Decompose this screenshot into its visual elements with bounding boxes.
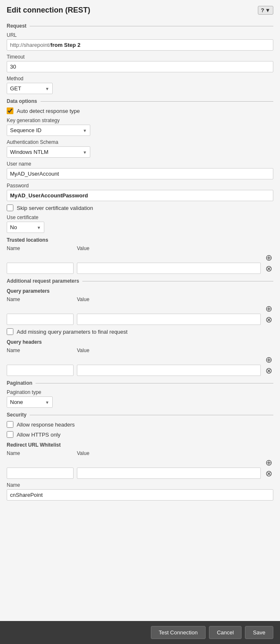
query-params-value-col-header: Value <box>77 296 273 302</box>
redirect-value-col-header: Value <box>77 450 273 456</box>
dialog-title: Edit connection (REST) <box>7 6 90 15</box>
trusted-add-button[interactable]: ⊕ <box>264 253 273 262</box>
query-headers-label: Query headers <box>7 339 273 345</box>
query-headers-value-input[interactable] <box>77 365 261 376</box>
add-missing-row: Add missing query parameters to final re… <box>7 328 273 335</box>
url-prefix: http://sharepoint/ <box>10 42 51 48</box>
key-gen-select[interactable]: Sequence ID UUID Custom <box>7 125 90 136</box>
dialog-header: Edit connection (REST) ? ▼ <box>0 0 280 19</box>
additional-params-section-line <box>82 281 273 281</box>
use-cert-select[interactable]: No Yes <box>7 222 44 233</box>
save-button[interactable]: Save <box>245 626 273 639</box>
security-section-line <box>30 415 273 415</box>
query-params-value-input[interactable] <box>77 314 261 325</box>
password-input[interactable]: MyAD_UserAccountPassword <box>7 190 273 201</box>
data-options-section-header: Data options <box>7 98 273 104</box>
auto-detect-checkbox[interactable] <box>7 107 13 114</box>
dialog-body: Request URL http://sharepoint/from Step … <box>0 19 280 621</box>
cancel-button[interactable]: Cancel <box>209 626 242 639</box>
username-input[interactable]: MyAD_UserAccount <box>7 168 273 179</box>
redirect-whitelist-label: Redirect URL Whitelist <box>7 442 273 448</box>
pagination-section-line <box>36 383 273 383</box>
trusted-name-col <box>7 263 74 274</box>
username-label: User name <box>7 161 273 167</box>
additional-params-section-header: Additional request parameters <box>7 278 273 284</box>
pagination-section-label: Pagination <box>7 380 32 386</box>
help-button[interactable]: ? ▼ <box>258 6 273 15</box>
redirect-value-input[interactable] <box>77 468 261 479</box>
redirect-add-button[interactable]: ⊕ <box>264 458 273 467</box>
query-headers-input-row: ⊕ ⊗ <box>7 355 273 376</box>
trusted-action-col: ⊕ ⊗ <box>264 253 273 274</box>
auto-detect-row: Auto detect response type <box>7 107 273 114</box>
trusted-remove-button[interactable]: ⊗ <box>264 264 273 273</box>
redirect-name-input[interactable] <box>7 468 74 479</box>
test-connection-button[interactable]: Test Connection <box>151 626 206 639</box>
method-select-wrap: GET POST PUT DELETE PATCH <box>7 83 53 94</box>
trusted-locations-label: Trusted locations <box>7 237 273 243</box>
method-select[interactable]: GET POST PUT DELETE PATCH <box>7 83 53 94</box>
redirect-name-col <box>7 468 74 479</box>
query-headers-value-col <box>77 365 261 376</box>
trusted-value-col-header: Value <box>77 245 273 251</box>
auth-schema-select-wrap: Windows NTLM Basic OAuth None <box>7 146 90 158</box>
request-section-line <box>30 26 273 26</box>
allow-response-headers-checkbox[interactable] <box>7 421 13 428</box>
timeout-label: Timeout <box>7 54 273 60</box>
method-label: Method <box>7 76 273 82</box>
security-section-label: Security <box>7 412 26 418</box>
help-icon: ? <box>261 7 264 13</box>
query-params-col-headers: Name Value <box>7 296 273 302</box>
additional-params-section-label: Additional request parameters <box>7 278 79 284</box>
query-headers-add-button[interactable]: ⊕ <box>264 355 273 364</box>
key-gen-label: Key generation strategy <box>7 118 273 123</box>
allow-response-headers-row: Allow response headers <box>7 421 273 428</box>
query-params-action-col: ⊕ ⊗ <box>264 304 273 325</box>
connection-name-label: Name <box>7 482 273 488</box>
key-gen-select-wrap: Sequence ID UUID Custom <box>7 125 90 136</box>
trusted-name-input[interactable] <box>7 263 74 274</box>
connection-name-input[interactable]: cnSharePoint <box>7 489 273 501</box>
timeout-input[interactable]: 30 <box>7 61 273 72</box>
redirect-name-col-header: Name <box>7 450 74 456</box>
query-params-remove-button[interactable]: ⊗ <box>264 315 273 324</box>
skip-cert-row: Skip server certificate validation <box>7 204 273 211</box>
data-options-section-line <box>41 101 273 102</box>
query-params-input-row: ⊕ ⊗ <box>7 304 273 325</box>
query-headers-col-headers: Name Value <box>7 348 273 353</box>
trusted-col-headers: Name Value <box>7 245 273 251</box>
allow-response-headers-label[interactable]: Allow response headers <box>17 422 75 428</box>
query-headers-name-col <box>7 365 74 376</box>
add-missing-checkbox[interactable] <box>7 328 13 335</box>
auth-schema-label: Authentication Schema <box>7 139 273 145</box>
skip-cert-label[interactable]: Skip server certificate validation <box>17 205 93 211</box>
edit-connection-dialog: Edit connection (REST) ? ▼ Request URL h… <box>0 0 280 644</box>
query-params-label: Query parameters <box>7 288 273 294</box>
use-cert-label: Use certificate <box>7 215 273 220</box>
redirect-remove-button[interactable]: ⊗ <box>264 469 273 478</box>
trusted-value-input[interactable] <box>77 263 261 274</box>
redirect-value-col <box>77 468 261 479</box>
query-headers-name-input[interactable] <box>7 365 74 376</box>
help-dropdown-icon: ▼ <box>265 7 270 13</box>
request-section-label: Request <box>7 23 26 29</box>
query-headers-remove-button[interactable]: ⊗ <box>264 366 273 375</box>
pagination-select[interactable]: None Page Number Offset Cursor <box>7 396 53 408</box>
allow-https-checkbox[interactable] <box>7 431 13 438</box>
url-display: http://sharepoint/from Step 2 <box>7 39 273 51</box>
pagination-select-wrap: None Page Number Offset Cursor <box>7 396 53 408</box>
add-missing-label[interactable]: Add missing query parameters to final re… <box>17 329 127 335</box>
trusted-name-col-header: Name <box>7 245 74 251</box>
query-headers-action-col: ⊕ ⊗ <box>264 355 273 376</box>
trusted-input-row: ⊕ ⊗ <box>7 253 273 274</box>
auto-detect-label[interactable]: Auto detect response type <box>17 108 80 114</box>
query-params-add-button[interactable]: ⊕ <box>264 304 273 313</box>
redirect-input-row: ⊕ ⊗ <box>7 458 273 479</box>
use-cert-select-wrap: No Yes <box>7 222 44 233</box>
dialog-footer: Test Connection Cancel Save <box>0 621 280 644</box>
query-params-name-input[interactable] <box>7 314 74 325</box>
auth-schema-select[interactable]: Windows NTLM Basic OAuth None <box>7 146 90 158</box>
password-label: Password <box>7 183 273 189</box>
allow-https-label[interactable]: Allow HTTPS only <box>17 432 61 438</box>
skip-cert-checkbox[interactable] <box>7 204 13 211</box>
